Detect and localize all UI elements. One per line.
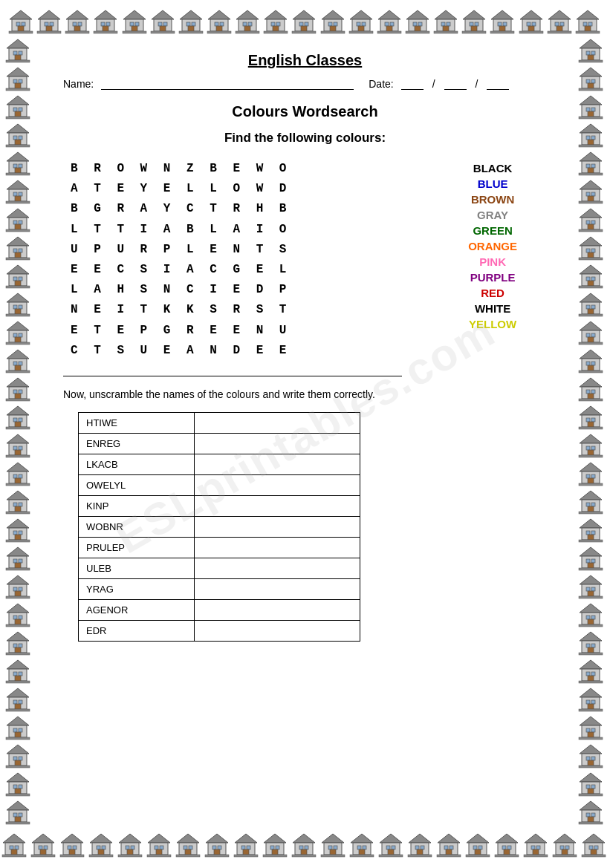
svg-marker-300 bbox=[580, 68, 602, 76]
answer-cell-6[interactable] bbox=[195, 537, 360, 558]
color-word-red: RED bbox=[468, 287, 517, 299]
svg-rect-195 bbox=[19, 362, 22, 365]
svg-rect-488 bbox=[126, 846, 129, 849]
svg-rect-292 bbox=[15, 817, 21, 822]
svg-marker-156 bbox=[7, 180, 29, 189]
svg-rect-483 bbox=[102, 846, 106, 849]
svg-rect-262 bbox=[15, 676, 21, 681]
svg-rect-443 bbox=[579, 737, 603, 740]
page: ESLprintables.com bbox=[0, 0, 610, 868]
svg-rect-113 bbox=[519, 31, 543, 33]
svg-marker-366 bbox=[580, 378, 602, 387]
svg-marker-504 bbox=[206, 834, 228, 843]
svg-rect-485 bbox=[89, 855, 113, 857]
svg-marker-72 bbox=[350, 10, 372, 19]
grid-row-9: C T S U E A N D E E bbox=[71, 341, 291, 361]
svg-rect-200 bbox=[13, 390, 17, 394]
svg-rect-303 bbox=[591, 79, 595, 83]
svg-marker-0 bbox=[10, 10, 32, 19]
svg-rect-446 bbox=[586, 757, 590, 760]
svg-rect-413 bbox=[579, 596, 603, 598]
svg-rect-88 bbox=[415, 26, 421, 31]
svg-rect-221 bbox=[6, 483, 30, 486]
svg-rect-375 bbox=[591, 418, 595, 422]
svg-rect-201 bbox=[19, 390, 22, 394]
svg-rect-587 bbox=[582, 855, 606, 857]
svg-marker-570 bbox=[525, 834, 547, 843]
svg-rect-250 bbox=[15, 619, 21, 624]
svg-rect-580 bbox=[562, 849, 568, 855]
answer-cell-8[interactable] bbox=[195, 578, 360, 599]
svg-rect-177 bbox=[19, 277, 22, 281]
answer-cell-1[interactable] bbox=[195, 433, 360, 454]
svg-rect-267 bbox=[19, 700, 22, 704]
svg-rect-212 bbox=[13, 446, 17, 450]
answer-cell-3[interactable] bbox=[195, 474, 360, 495]
answer-cell-2[interactable] bbox=[195, 454, 360, 474]
svg-rect-542 bbox=[386, 846, 390, 849]
svg-rect-466 bbox=[11, 849, 17, 855]
svg-rect-482 bbox=[97, 846, 100, 849]
svg-rect-173 bbox=[6, 258, 30, 260]
svg-rect-327 bbox=[591, 192, 595, 196]
svg-marker-372 bbox=[580, 406, 602, 415]
svg-marker-402 bbox=[580, 547, 602, 556]
svg-rect-166 bbox=[15, 224, 21, 229]
svg-rect-512 bbox=[241, 846, 245, 849]
svg-marker-342 bbox=[580, 265, 602, 274]
answer-cell-10[interactable] bbox=[195, 620, 360, 641]
svg-marker-312 bbox=[580, 124, 602, 133]
svg-rect-131 bbox=[6, 60, 30, 62]
svg-rect-129 bbox=[19, 51, 22, 55]
color-word-black: BLACK bbox=[468, 162, 517, 174]
svg-rect-196 bbox=[15, 365, 21, 371]
svg-rect-425 bbox=[579, 653, 603, 655]
svg-rect-545 bbox=[379, 855, 403, 857]
svg-rect-562 bbox=[475, 849, 481, 855]
svg-marker-324 bbox=[580, 180, 602, 189]
svg-rect-22 bbox=[103, 26, 108, 31]
svg-rect-257 bbox=[6, 653, 30, 655]
svg-rect-394 bbox=[588, 506, 594, 512]
svg-marker-180 bbox=[7, 293, 29, 302]
date-line-3 bbox=[487, 78, 509, 90]
svg-rect-50 bbox=[243, 22, 247, 26]
svg-marker-522 bbox=[293, 834, 315, 843]
svg-rect-530 bbox=[328, 846, 332, 849]
answer-cell-7[interactable] bbox=[195, 558, 360, 578]
svg-rect-158 bbox=[13, 192, 17, 196]
svg-rect-161 bbox=[6, 201, 30, 203]
color-word-green: GREEN bbox=[468, 224, 517, 237]
date-label: Date: bbox=[369, 78, 393, 90]
svg-rect-479 bbox=[60, 855, 84, 857]
svg-marker-150 bbox=[7, 152, 29, 161]
svg-marker-204 bbox=[7, 406, 29, 415]
svg-rect-44 bbox=[215, 22, 218, 26]
svg-rect-207 bbox=[19, 418, 22, 422]
answer-cell-9[interactable] bbox=[195, 599, 360, 620]
svg-rect-214 bbox=[15, 450, 21, 455]
svg-rect-15 bbox=[78, 22, 82, 26]
svg-rect-352 bbox=[588, 309, 594, 314]
grid-row-5: E E C S I A C G E L bbox=[71, 260, 291, 280]
svg-rect-347 bbox=[579, 286, 603, 288]
svg-rect-398 bbox=[586, 531, 590, 535]
svg-rect-11 bbox=[37, 31, 61, 33]
svg-marker-462 bbox=[3, 834, 25, 843]
svg-rect-459 bbox=[591, 813, 595, 817]
svg-marker-228 bbox=[7, 519, 29, 528]
answer-cell-0[interactable] bbox=[195, 412, 360, 433]
scrambled-word-4: KINP bbox=[79, 495, 195, 516]
svg-rect-340 bbox=[588, 252, 594, 258]
svg-rect-244 bbox=[15, 591, 21, 596]
svg-rect-338 bbox=[586, 249, 590, 252]
svg-rect-135 bbox=[19, 79, 22, 83]
answer-cell-4[interactable] bbox=[195, 495, 360, 516]
svg-rect-574 bbox=[533, 849, 539, 855]
svg-rect-531 bbox=[334, 846, 337, 849]
svg-marker-396 bbox=[580, 519, 602, 528]
svg-rect-23 bbox=[94, 31, 117, 33]
svg-rect-266 bbox=[13, 700, 17, 704]
answer-cell-5[interactable] bbox=[195, 516, 360, 537]
svg-marker-222 bbox=[7, 491, 29, 500]
